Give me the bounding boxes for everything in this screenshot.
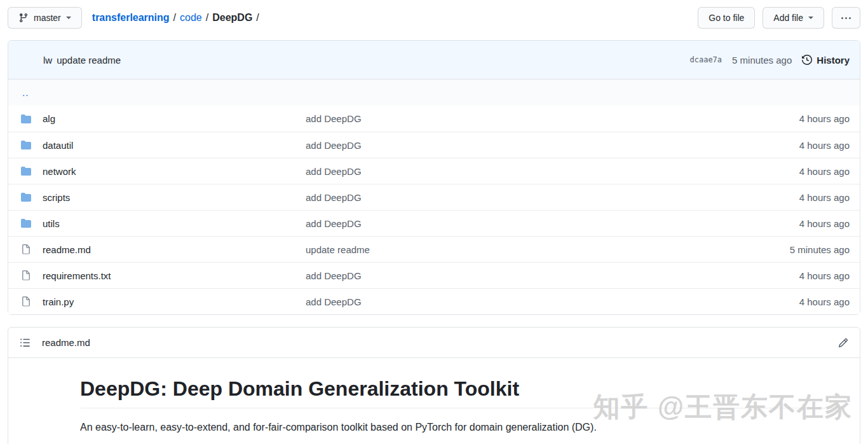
pencil-icon[interactable] [838,338,848,348]
table-row: network add DeepDG 4 hours ago [8,158,860,184]
latest-commit-bar: lw update readme dcaae7a 5 minutes ago H… [8,41,860,80]
file-tree-box: lw update readme dcaae7a 5 minutes ago H… [8,40,860,315]
folder-icon [21,114,31,124]
folder-icon [21,166,31,176]
file-icon [21,270,31,281]
chevron-down-icon [66,17,71,22]
row-name[interactable]: readme.md [43,244,91,255]
row-time: 4 hours ago [799,140,850,151]
commit-message-link[interactable]: update readme [57,55,121,66]
add-file-button[interactable]: Add file [763,7,824,29]
list-unordered-icon[interactable] [20,337,31,348]
row-time: 4 hours ago [799,113,850,124]
add-file-label: Add file [773,13,803,23]
git-branch-icon [18,13,29,23]
readme-header: readme.md [8,328,860,358]
readme-box: readme.md DeepDG: Deep Domain Generaliza… [8,327,860,444]
row-name[interactable]: scripts [43,192,70,203]
branch-name-label: master [34,13,61,23]
file-table-body: .. alg add DeepDG 4 hours ago [8,80,860,314]
row-message[interactable]: add DeepDG [306,140,362,151]
branch-selector-button[interactable]: master [8,7,82,29]
file-navigation-bar: master transferlearning / code / DeepDG … [8,6,860,29]
breadcrumb-repo-link[interactable]: transferlearning [92,12,170,24]
history-label: History [817,55,850,66]
table-row: scripts add DeepDG 4 hours ago [8,184,860,210]
breadcrumb: transferlearning / code / DeepDG / [92,12,259,24]
table-row: train.py add DeepDG 4 hours ago [8,288,860,314]
readme-title: DeepDG: Deep Domain Generalization Toolk… [80,376,844,408]
row-name[interactable]: network [43,166,76,177]
repo-page: master transferlearning / code / DeepDG … [0,6,868,444]
file-icon [21,296,31,307]
commit-time: 5 minutes ago [732,55,792,66]
folder-icon [21,192,31,202]
table-row: datautil add DeepDG 4 hours ago [8,132,860,158]
row-time: 4 hours ago [799,270,850,281]
row-message[interactable]: add DeepDG [306,296,362,307]
history-clock-icon [802,55,812,65]
row-message[interactable]: add DeepDG [306,270,362,281]
row-time: 5 minutes ago [790,244,850,255]
breadcrumb-separator: / [173,12,176,24]
row-name[interactable]: datautil [43,140,73,151]
table-row: alg add DeepDG 4 hours ago [8,106,860,132]
table-row: utils add DeepDG 4 hours ago [8,210,860,236]
file-icon [21,244,31,254]
table-row: readme.md update readme 5 minutes ago [8,236,860,262]
row-time: 4 hours ago [799,166,850,177]
row-time: 4 hours ago [799,296,850,307]
row-message[interactable]: update readme [306,244,370,255]
readme-body: DeepDG: Deep Domain Generalization Toolk… [8,358,860,444]
row-message[interactable]: add DeepDG [306,192,362,203]
kebab-horizontal-icon [841,17,851,19]
more-options-button[interactable] [832,7,860,29]
breadcrumb-section-link[interactable]: code [180,12,202,24]
commit-hash-link[interactable]: dcaae7a [690,55,722,64]
breadcrumb-current: DeepDG [212,12,252,24]
row-time: 4 hours ago [799,218,850,229]
row-name[interactable]: requirements.txt [43,270,111,281]
row-time: 4 hours ago [799,192,850,203]
folder-icon [21,140,31,150]
row-name[interactable]: alg [43,113,55,124]
parent-directory-row: .. [8,80,860,106]
row-name[interactable]: train.py [43,296,74,307]
row-message[interactable]: add DeepDG [306,166,362,177]
parent-directory-link[interactable]: .. [22,87,29,98]
row-name[interactable]: utils [43,218,60,229]
row-message[interactable]: add DeepDG [306,113,362,124]
history-link[interactable]: History [802,55,850,66]
readme-filename: readme.md [42,337,90,348]
chevron-down-icon [808,17,813,22]
readme-description: An easy-to-learn, easy-to-extend, and fo… [80,420,844,435]
table-row: requirements.txt add DeepDG 4 hours ago [8,262,860,288]
row-message[interactable]: add DeepDG [306,218,362,229]
folder-icon [21,218,31,228]
topbar-actions: Go to file Add file [698,7,860,29]
breadcrumb-separator: / [206,12,208,24]
commit-meta: dcaae7a 5 minutes ago History [690,55,850,66]
breadcrumb-separator: / [256,12,259,24]
commit-author-link[interactable]: lw [43,55,52,66]
go-to-file-button[interactable]: Go to file [698,7,755,29]
